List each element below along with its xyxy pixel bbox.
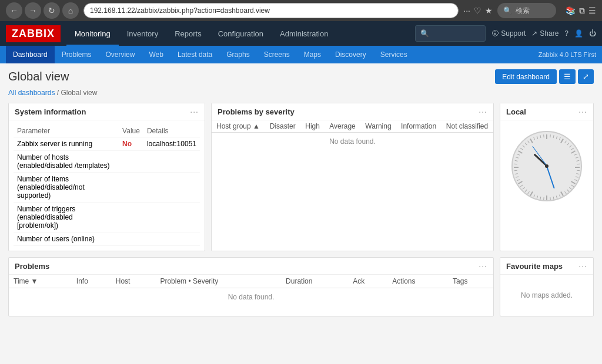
local-clock-menu-button[interactable]: ··· [578, 107, 587, 116]
col-details: Details [143, 125, 200, 137]
param-cell: Number of hosts (enabled/disabled /templ… [14, 151, 119, 173]
col-host-group[interactable]: Host group ▲ [212, 120, 265, 133]
col-problem-severity: Problem • Severity [155, 275, 281, 288]
nav-administration[interactable]: Administration [272, 21, 336, 46]
star-icon[interactable]: ★ [485, 6, 493, 15]
topbar-right-actions: 🔍 🛈 Support ↗ Share ? 👤 ⏻ [415, 25, 596, 42]
value-cell [119, 173, 143, 203]
nav-inventory[interactable]: Inventory [119, 21, 166, 46]
table-row: Zabbix server is running No localhost:10… [14, 137, 200, 151]
breadcrumb-all-dashboards[interactable]: All dashboards [8, 89, 55, 97]
system-info-menu-button[interactable]: ··· [190, 107, 199, 116]
problems-severity-menu-button[interactable]: ··· [479, 107, 487, 116]
menu-icon[interactable]: ☰ [588, 6, 596, 15]
search-icon: 🔍 [420, 29, 429, 38]
browser-right-icons: 📚 ⧉ ☰ [566, 6, 596, 16]
bookmark-icon[interactable]: ♡ [474, 6, 481, 15]
dashboard-fullscreen-button[interactable]: ⤢ [578, 69, 594, 84]
user-icon[interactable]: 👤 [574, 29, 583, 38]
subnav-discovery[interactable]: Discovery [328, 46, 373, 63]
nav-reports[interactable]: Reports [166, 21, 210, 46]
favourite-maps-menu-button[interactable]: ··· [578, 261, 587, 271]
system-info-table: Parameter Value Details Zabbix server is… [14, 125, 200, 246]
subnav-graphs[interactable]: Graphs [219, 46, 256, 63]
power-icon[interactable]: ⏻ [589, 29, 596, 38]
col-time[interactable]: Time ▼ [9, 275, 72, 288]
col-tags: Tags [448, 275, 493, 288]
details-cell [143, 203, 200, 232]
subnav-maps[interactable]: Maps [297, 46, 328, 63]
table-row: Number of users (online) [14, 232, 200, 246]
param-cell: Number of triggers (enabled/disabled [pr… [14, 203, 119, 232]
details-cell: localhost:10051 [143, 137, 200, 151]
search-icon: 🔍 [503, 6, 512, 15]
col-parameter: Parameter [14, 125, 119, 137]
col-disaster: Disaster [265, 120, 301, 133]
col-info: Info [72, 275, 111, 288]
page-title: Global view [8, 70, 69, 83]
support-link[interactable]: 🛈 Support [491, 29, 526, 38]
search-placeholder: 検索 [516, 6, 530, 16]
subnav-latest-data[interactable]: Latest data [170, 46, 219, 63]
table-row: Number of hosts (enabled/disabled /templ… [14, 151, 200, 173]
dashboard-top-row: System information ··· Parameter Value D… [8, 103, 594, 251]
clock-container [505, 125, 588, 207]
dashboard-list-button[interactable]: ☰ [559, 69, 576, 84]
value-cell [119, 232, 143, 246]
problems-widget: Problems ··· Time ▼ Info Host Problem • … [8, 257, 494, 316]
problems-header: Problems ··· [9, 258, 493, 275]
page-header: Global view Edit dashboard ☰ ⤢ [8, 69, 594, 84]
second-hand [532, 146, 547, 167]
param-cell: Number of users (online) [14, 232, 119, 246]
local-clock-widget: Local ··· [500, 103, 594, 251]
col-value: Value [119, 125, 143, 137]
subnav-dashboard[interactable]: Dashboard [6, 46, 55, 63]
param-cell: Number of items (enabled/disabled/not su… [14, 173, 119, 203]
more-icon[interactable]: ··· [463, 6, 470, 15]
subnav-web[interactable]: Web [142, 46, 170, 63]
system-info-widget: System information ··· Parameter Value D… [8, 103, 205, 251]
problems-menu-button[interactable]: ··· [479, 261, 487, 271]
edit-dashboard-button[interactable]: Edit dashboard [495, 69, 557, 84]
subnav-screens[interactable]: Screens [257, 46, 297, 63]
nav-monitoring[interactable]: Monitoring [66, 21, 119, 46]
nav-configuration[interactable]: Configuration [210, 21, 272, 46]
zabbix-topbar: ZABBIX Monitoring Inventory Reports Conf… [0, 21, 602, 46]
system-info-title: System information [15, 107, 86, 116]
help-link[interactable]: ? [564, 29, 568, 38]
problems-title: Problems [15, 262, 49, 271]
reload-button[interactable]: ↻ [44, 2, 60, 19]
top-search[interactable]: 🔍 [415, 25, 486, 42]
no-data-cell: No data found. [9, 288, 493, 306]
back-button[interactable]: ← [6, 2, 22, 19]
system-info-scroll[interactable]: Parameter Value Details Zabbix server is… [14, 125, 200, 246]
favourite-maps-title: Favourite maps [506, 262, 563, 271]
subnav-overview[interactable]: Overview [98, 46, 142, 63]
local-clock-title: Local [506, 107, 526, 116]
tab-icon[interactable]: ⧉ [579, 6, 585, 16]
top-navigation: Monitoring Inventory Reports Configurati… [66, 21, 415, 46]
problems-severity-body: Host group ▲ Disaster High Average Warni… [212, 120, 493, 251]
home-button[interactable]: ⌂ [62, 2, 79, 19]
forward-button[interactable]: → [25, 2, 41, 19]
version-label: Zabbix 4.0 LTS First [539, 51, 596, 58]
subnav-services[interactable]: Services [373, 46, 414, 63]
breadcrumb-current: Global view [61, 89, 97, 97]
col-information: Information [396, 120, 442, 133]
browser-search[interactable]: 🔍 検索 [497, 3, 556, 18]
share-link[interactable]: ↗ Share [531, 29, 558, 38]
col-not-classified: Not classified [442, 120, 493, 133]
value-cell [119, 203, 143, 232]
sub-navigation: Dashboard Problems Overview Web Latest d… [0, 46, 602, 63]
subnav-problems[interactable]: Problems [55, 46, 99, 63]
value-cell [119, 151, 143, 173]
favourite-maps-body: No maps added. [500, 275, 593, 316]
col-warning: Warning [360, 120, 396, 133]
browser-nav-buttons: ← → ↻ ⌂ [6, 2, 79, 19]
param-cell: Zabbix server is running [14, 137, 119, 151]
problems-severity-header: Problems by severity ··· [212, 103, 493, 120]
col-high: High [300, 120, 325, 133]
system-info-header: System information ··· [9, 103, 205, 120]
address-bar[interactable]: 192.168.11.22/zabbix/zabbix.php?action=d… [83, 3, 459, 18]
extensions-icon[interactable]: 📚 [566, 6, 576, 15]
